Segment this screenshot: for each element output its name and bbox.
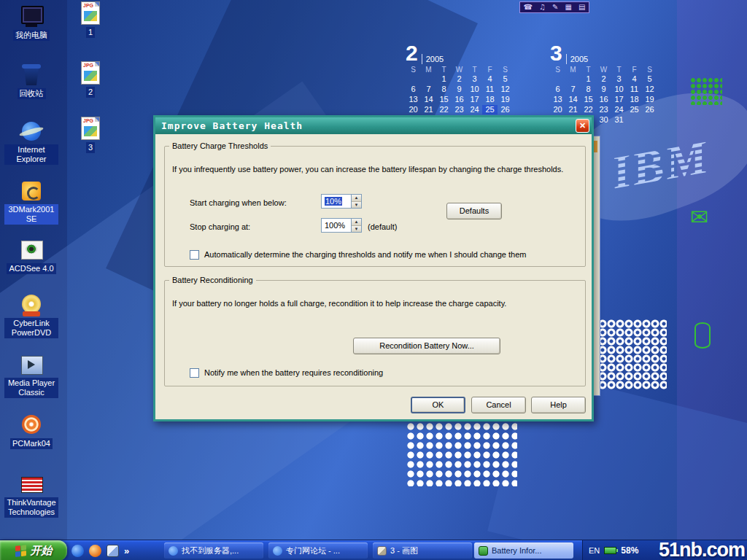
- desktop-icon-jpg-2[interactable]: JPG 2: [70, 61, 111, 98]
- reconditioning-description: If your battery no longer holds a full c…: [172, 299, 506, 308]
- cylinder-icon: [694, 322, 711, 349]
- icon-label: 3: [86, 142, 95, 153]
- ok-button[interactable]: OK: [411, 397, 465, 413]
- media-player-classic-icon: [18, 353, 44, 376]
- jpg-file-icon: JPG: [81, 61, 100, 85]
- calendar-day-header: W: [596, 66, 611, 74]
- calendar-day: 31: [611, 115, 627, 125]
- spin-down-icon[interactable]: ▼: [352, 226, 361, 233]
- jpg-thumbnail: [84, 11, 97, 21]
- calendar-day: 8: [581, 85, 596, 94]
- calendar-day: 25: [482, 105, 498, 114]
- start-threshold-spinner[interactable]: 10% ▲ ▼: [321, 194, 362, 209]
- desktop-icon-internet-explorer[interactable]: Internet Explorer: [4, 120, 58, 165]
- calendar-day: 1: [581, 74, 596, 84]
- help-button[interactable]: Help: [531, 397, 586, 413]
- desktop-icon-jpg-1[interactable]: JPG 1: [70, 1, 111, 38]
- calendar-day: 18: [627, 95, 642, 104]
- quicklaunch-show-desktop-icon[interactable]: [107, 545, 119, 557]
- ime-language-bar[interactable]: ☎ ♫ ✎ ▦ ▤: [519, 1, 589, 13]
- calendar-day: [642, 115, 657, 125]
- spin-up-icon[interactable]: ▲: [352, 219, 361, 226]
- icon-label: 回收站: [18, 88, 46, 99]
- calendar-day: 10: [611, 85, 627, 94]
- group-title: Battery Reconditioning: [169, 276, 256, 284]
- calendar-day: 6: [550, 85, 565, 94]
- calendar-day: 25: [627, 105, 642, 114]
- calendar-day: 16: [452, 95, 467, 104]
- calendar-day: 24: [467, 105, 482, 114]
- auto-determine-checkbox[interactable]: [190, 250, 199, 260]
- phone-icon[interactable]: ☎: [524, 2, 533, 12]
- desktop-icon-my-computer[interactable]: 我的电脑: [4, 4, 58, 41]
- jpg-badge: JPG: [83, 63, 93, 68]
- battery-charge-thresholds-group: Battery Charge Thresholds If you infrequ…: [164, 141, 586, 267]
- calendar-day: 4: [482, 74, 498, 84]
- calendar-day: 5: [642, 74, 657, 84]
- jpg-file-icon: JPG: [81, 1, 100, 25]
- pen-icon[interactable]: ✎: [552, 2, 558, 12]
- speaker-icon[interactable]: ♫: [539, 2, 546, 12]
- taskbar-task-battery-information[interactable]: Battery Infor...: [474, 542, 573, 559]
- icon-label: 1: [86, 27, 95, 38]
- calendar-day: 14: [421, 95, 436, 104]
- default-note: (default): [368, 219, 397, 234]
- quicklaunch-media-icon[interactable]: [89, 545, 101, 557]
- quicklaunch-overflow-chevron[interactable]: »: [124, 545, 129, 556]
- battery-icon: [479, 546, 488, 556]
- taskbar-task-server-not-found[interactable]: 找不到服务器,...: [164, 542, 263, 559]
- thinkvantage-icon: [18, 472, 44, 496]
- notepad-icon[interactable]: ▤: [578, 2, 585, 12]
- ibm-logo: IBM: [607, 129, 713, 201]
- cancel-button[interactable]: Cancel: [471, 397, 526, 413]
- calendar-day: 26: [642, 105, 657, 114]
- stop-charging-label: Stop charging at:: [190, 219, 250, 234]
- calendar-day: 4: [627, 74, 642, 84]
- spin-down-icon[interactable]: ▼: [352, 202, 361, 209]
- language-indicator[interactable]: EN: [589, 546, 600, 555]
- keyboard-icon[interactable]: ▦: [565, 2, 571, 12]
- stop-threshold-value-text: 100%: [325, 221, 345, 230]
- dialog-titlebar[interactable]: Improve Battery Health ✕: [155, 117, 592, 134]
- taskbar-task-paint[interactable]: 3 - 画图: [373, 542, 472, 559]
- battery-percentage: 58%: [621, 545, 638, 556]
- close-button[interactable]: ✕: [576, 119, 589, 133]
- spin-up-icon[interactable]: ▲: [352, 195, 361, 202]
- desktop-icon-thinkvantage[interactable]: ThinkVantage Technologies: [4, 472, 58, 518]
- desktop-icon-powerdvd[interactable]: CyberLink PowerDVD: [4, 293, 58, 338]
- desktop-icon-3dmark2001[interactable]: 3DMark2001 SE: [4, 179, 58, 225]
- calendar-day: 16: [596, 95, 611, 104]
- desktop-icon-pcmark04[interactable]: PCMark04: [4, 413, 58, 449]
- stop-threshold-spinner[interactable]: 100% ▲ ▼: [321, 218, 362, 233]
- task-label: 找不到服务器,...: [182, 545, 239, 556]
- notify-reconditioning-checkbox[interactable]: [190, 368, 199, 378]
- desktop-icon-media-player-classic[interactable]: Media Player Classic: [4, 353, 58, 398]
- calendar-year: 2005: [566, 54, 588, 64]
- battery-reconditioning-group: Battery Reconditioning If your battery n…: [164, 276, 586, 386]
- task-label: Battery Infor...: [492, 546, 541, 555]
- calendar-day-header: S: [550, 66, 565, 74]
- calendar-day: 1: [436, 74, 452, 84]
- recondition-battery-button[interactable]: Recondition Battery Now...: [353, 338, 500, 354]
- calendar-day-header: T: [611, 66, 627, 74]
- desktop-icon-recycle-bin[interactable]: 回收站: [4, 63, 58, 99]
- jpg-badge: JPG: [83, 3, 93, 8]
- envelope-icon: ✉: [690, 204, 708, 230]
- start-button[interactable]: 开始: [0, 540, 67, 560]
- calendar-day-header: S: [642, 66, 657, 74]
- calendar-day: 8: [436, 85, 452, 94]
- calendar-day: [627, 115, 642, 125]
- tray-battery-icon[interactable]: [604, 547, 616, 554]
- calendar-day: 11: [482, 85, 498, 94]
- quicklaunch-ie-icon[interactable]: [71, 545, 84, 557]
- desktop-icon-jpg-3[interactable]: JPG 3: [70, 117, 111, 153]
- desktop-icon-acdsee[interactable]: ACDSee 4.0: [4, 238, 58, 274]
- defaults-button[interactable]: Defaults: [446, 203, 502, 219]
- wallpaper-calendar-march: 3 2005 SMTWTFS12345678910111213141516171…: [550, 41, 667, 125]
- calendar-day: [565, 74, 581, 84]
- calendar-day: 20: [406, 105, 421, 114]
- calendar-day: 9: [596, 85, 611, 94]
- wallpaper-green-grid: [690, 77, 722, 105]
- calendar-day: 2: [596, 74, 611, 84]
- taskbar-task-forum[interactable]: 专门网论坛 - ...: [268, 542, 368, 559]
